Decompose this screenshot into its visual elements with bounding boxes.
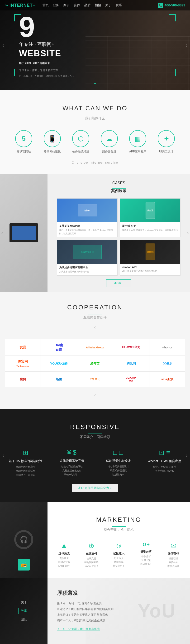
service-item-app[interactable]: ▦ APP应用程序 — [127, 130, 149, 154]
coop-divider — [88, 314, 102, 314]
mkt-desc-wechat-mkt: 微信营销微信公众微信代运营 — [162, 557, 185, 568]
service-label-server: 服务器品牌 — [102, 150, 116, 154]
partner-qqmusic[interactable]: QQ音乐 — [149, 356, 185, 372]
partner-taobao[interactable]: 淘宝网Taobao.com — [5, 356, 41, 372]
marketing-grid: ▲ 选你所爱 选你所爱我们企业版Email 邮件 ⊕ 在线支付 在线支付整合国际… — [52, 542, 185, 568]
nav-link-contact[interactable]: 联系 — [116, 3, 122, 7]
case-item-4[interactable]: Joollon Joollon APP Joollon 是专属于这类群体的移动应… — [120, 240, 181, 276]
cases-zh-title: 案例展示 — [57, 188, 181, 194]
case-item-2[interactable]: 课生活 课生活 APP 这款生活 APP 的界面设计 design 交互体验，以… — [120, 198, 181, 237]
about-section: 关于 故事 团队 YoU 厚积薄发 第 1 章：写得一气, 这几个字怎么美 且这… — [0, 578, 190, 644]
mkt-item-google: G+ 谷歌分析 谷歌分析SEO 优化代码优化！ — [134, 542, 158, 568]
coop-next-arrow[interactable]: › — [92, 389, 98, 400]
service-label-ui: UI美工设计 — [159, 150, 173, 154]
hero-scroll-down[interactable]: ⌄ — [93, 80, 97, 86]
resp-grid: ⊞ 基于 H5 标准的网站建设 无限制的平台应用无限制的终端适配云端储存、云服务… — [5, 449, 185, 477]
cases-right: CASES 案例展示 tablet 某某某某网站名称 我们一个 h5 系列的网站… — [47, 174, 190, 292]
partner-logo-qqmusic: QQ音乐 — [163, 362, 172, 365]
service-label-app: APP应用程序 — [129, 150, 146, 154]
partner-sogou[interactable]: 搜狗 — [5, 372, 41, 387]
services-grid: 5 嘉试官网站 📱 移动网站建设 ⬡ 公务系统搭建 ☁ 服务器品牌 ▦ APP应… — [5, 130, 185, 154]
nav-link-coop[interactable]: 合作 — [74, 3, 80, 7]
case-mockup-3: 多端营销平台 — [73, 245, 102, 259]
cases-prev-arrow[interactable]: ‹ — [1, 230, 3, 236]
service-icon-ui: ✦ — [158, 130, 175, 147]
logo[interactable]: ∞ INTERNET+ — [5, 3, 35, 8]
partner-logo-youpin: 友品 — [19, 345, 26, 350]
resp-icon-h5: ⊞ — [5, 449, 46, 456]
phone-icon: 📞 — [158, 2, 163, 8]
partner-alibaba[interactable]: Alibaba Group — [77, 339, 113, 356]
partner-honor[interactable]: ≡honor — [149, 339, 185, 356]
cases-more-button[interactable]: MORE — [106, 280, 131, 287]
nav-link-service[interactable]: 业务 — [53, 3, 59, 7]
cases-next-arrow[interactable]: › — [187, 230, 189, 236]
resp-cta-button[interactable]: 让TA为你的网站会全力？ — [72, 484, 118, 492]
partner-logo-sina: sina新浪 — [161, 377, 173, 382]
hero-year-range: 始于 2009 · 2017 超越未来 — [19, 62, 50, 64]
hero-next-arrow[interactable]: › — [186, 42, 188, 49]
resp-title-payment: 多元货币系统完善 — [51, 459, 93, 463]
coop-en-title: COOPERATION — [5, 304, 185, 311]
partner-iqiyi[interactable]: 爱奇艺 — [77, 356, 113, 372]
resp-prev-arrow[interactable]: ‹ — [2, 452, 4, 459]
service-label-mobile: 移动网站建设 — [44, 150, 61, 154]
partner-logo-aliyun: □阿里云 — [90, 378, 100, 381]
navbar: ∞ INTERNET+ 首页 业务 案例 合作 品质 拍招 关于 联系 📞 40… — [0, 0, 190, 10]
partner-baidu[interactable]: Bai度百度 — [41, 339, 77, 356]
mkt-item-pay: ⊕ 在线支付 在线支付整合国际互联Paypal 支付！ — [80, 542, 103, 568]
resp-title-wechat: Wechat、CMS 整合应用 — [144, 459, 185, 463]
nav-link-about[interactable]: 关于 — [105, 3, 111, 7]
cases-container: CASES 案例展示 tablet 某某某某网站名称 我们一个 h5 系列的网站… — [0, 174, 190, 292]
cases-grid: tablet 某某某某网站名称 我们一个 h5 系列的网站实例，设计融合了 de… — [57, 198, 181, 276]
nav-link-quality[interactable]: 品质 — [84, 3, 90, 7]
partner-xunlei[interactable]: 迅雷 — [41, 372, 77, 387]
partner-youku[interactable]: YOUKU优酷 — [41, 356, 77, 372]
nav-link-home[interactable]: 首页 — [42, 3, 49, 7]
nav-links: 首页 业务 案例 合作 品质 拍招 关于 联系 — [42, 3, 122, 7]
partner-tencent[interactable]: 腾讯网 — [113, 356, 149, 372]
service-item-website[interactable]: 5 嘉试官网站 — [13, 130, 34, 154]
cases-layout: CASES 案例展示 tablet 某某某某网站名称 我们一个 h5 系列的网站… — [0, 174, 190, 292]
resp-item-h5: ⊞ 基于 H5 标准的网站建设 无限制的平台应用无限制的终端适配云端储存、云服务 — [5, 449, 46, 477]
partner-youpin[interactable]: 友品 — [5, 339, 41, 356]
case-item-1[interactable]: tablet 某某某某网站名称 我们一个 h5 系列的网站实例，设计融合了 de… — [57, 198, 118, 237]
resp-icon-visual: □ □ — [97, 449, 139, 456]
service-item-server[interactable]: ☁ 服务器品牌 — [99, 130, 120, 154]
services-zh-title: 我们能做什么 — [5, 116, 185, 120]
case-title-4: Joollon APP — [122, 266, 178, 268]
service-item-mobile[interactable]: 📱 移动网站建设 — [41, 130, 63, 154]
partner-aliyun[interactable]: □阿里云 — [77, 372, 113, 387]
services-divider — [88, 115, 102, 115]
case-desc-4: Joollon 是专属于这类群体的移动应用 — [122, 270, 178, 273]
case-mockup-4: Joollon — [146, 244, 155, 260]
case-img-1: tablet — [57, 198, 117, 222]
coop-prev-arrow[interactable]: ‹ — [92, 322, 98, 332]
nav-link-cases[interactable]: 案例 — [63, 3, 70, 7]
cases-header: CASES 案例展示 — [57, 181, 181, 194]
resp-icon-payment: ¥ $ — [51, 449, 93, 456]
coop-zh-title: 互联网合作伙伴 — [5, 315, 185, 320]
partner-logo-tencent: 腾讯网 — [127, 362, 136, 366]
mkt-item-wechat: ✉ 微信营销 微信营销微信公众微信代运营 — [162, 542, 185, 568]
cases-en-title: CASES — [57, 181, 181, 185]
partner-sina[interactable]: sina新浪 — [149, 372, 185, 387]
partner-huawei[interactable]: HUAWEI 华为 — [113, 339, 149, 356]
cases-section: CASES 案例展示 tablet 某某某某网站名称 我们一个 h5 系列的网站… — [0, 174, 190, 292]
service-icon-mobile: 📱 — [44, 130, 61, 147]
partner-jd[interactable]: JD.COM京东 — [113, 372, 149, 387]
case-title-1: 某某某某网站名称 — [59, 224, 115, 228]
nav-link-recruit[interactable]: 拍招 — [95, 3, 101, 7]
case-title-3: 为满足多端需求营销平台 — [59, 266, 115, 269]
hero-desc1: 专注于设计体验，专属于解决方案 — [19, 68, 76, 73]
partner-logo-alibaba: Alibaba Group — [86, 346, 104, 349]
service-item-ui[interactable]: ✦ UI美工设计 — [156, 130, 177, 154]
case-item-3[interactable]: 多端营销平台 为满足多端需求营销平台 为满足多端需求开发的营销平台 — [57, 240, 118, 276]
service-item-system[interactable]: ⬡ 公务系统搭建 — [70, 130, 91, 154]
cases-more-area: MORE — [57, 280, 181, 287]
marketing-en-title: MARKETING — [52, 516, 185, 524]
mkt-icon-pay: ⊕ — [80, 542, 103, 550]
resp-desc-payment: 结合电商功能的网站支持主流在线支付Paypal 支付！ — [51, 464, 93, 476]
case-img-2: 课生活 — [120, 198, 180, 222]
resp-next-arrow[interactable]: › — [186, 452, 188, 459]
